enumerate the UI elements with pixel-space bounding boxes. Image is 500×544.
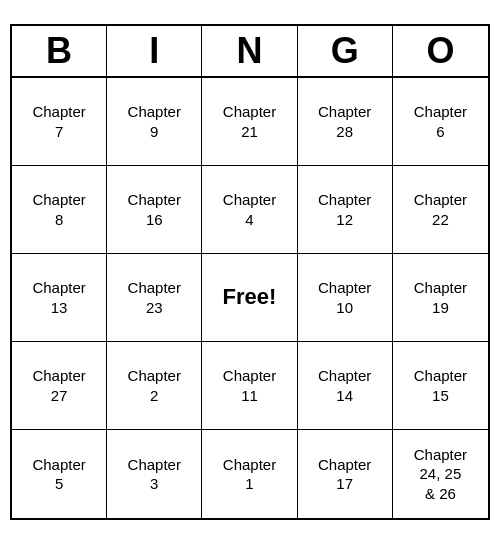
bingo-cell-18: Chapter14 bbox=[298, 342, 393, 430]
bingo-cell-16: Chapter2 bbox=[107, 342, 202, 430]
bingo-cell-0: Chapter7 bbox=[12, 78, 107, 166]
bingo-cell-4: Chapter6 bbox=[393, 78, 488, 166]
bingo-card: BINGO Chapter7Chapter9Chapter21Chapter28… bbox=[10, 24, 490, 520]
bingo-cell-17: Chapter11 bbox=[202, 342, 297, 430]
bingo-cell-14: Chapter19 bbox=[393, 254, 488, 342]
bingo-cell-21: Chapter3 bbox=[107, 430, 202, 518]
bingo-cell-20: Chapter5 bbox=[12, 430, 107, 518]
bingo-header-letter-g: G bbox=[298, 26, 393, 76]
bingo-cell-15: Chapter27 bbox=[12, 342, 107, 430]
bingo-cell-11: Chapter23 bbox=[107, 254, 202, 342]
bingo-cell-24: Chapter24, 25& 26 bbox=[393, 430, 488, 518]
bingo-cell-23: Chapter17 bbox=[298, 430, 393, 518]
bingo-cell-22: Chapter1 bbox=[202, 430, 297, 518]
bingo-header-letter-i: I bbox=[107, 26, 202, 76]
bingo-cell-5: Chapter8 bbox=[12, 166, 107, 254]
bingo-cell-6: Chapter16 bbox=[107, 166, 202, 254]
bingo-cell-7: Chapter4 bbox=[202, 166, 297, 254]
bingo-cell-1: Chapter9 bbox=[107, 78, 202, 166]
bingo-cell-2: Chapter21 bbox=[202, 78, 297, 166]
bingo-cell-19: Chapter15 bbox=[393, 342, 488, 430]
bingo-header: BINGO bbox=[12, 26, 488, 78]
bingo-cell-13: Chapter10 bbox=[298, 254, 393, 342]
bingo-cell-9: Chapter22 bbox=[393, 166, 488, 254]
bingo-cell-10: Chapter13 bbox=[12, 254, 107, 342]
bingo-grid: Chapter7Chapter9Chapter21Chapter28Chapte… bbox=[12, 78, 488, 518]
bingo-header-letter-o: O bbox=[393, 26, 488, 76]
bingo-cell-8: Chapter12 bbox=[298, 166, 393, 254]
bingo-header-letter-b: B bbox=[12, 26, 107, 76]
bingo-cell-3: Chapter28 bbox=[298, 78, 393, 166]
free-space: Free! bbox=[202, 254, 297, 342]
bingo-header-letter-n: N bbox=[202, 26, 297, 76]
